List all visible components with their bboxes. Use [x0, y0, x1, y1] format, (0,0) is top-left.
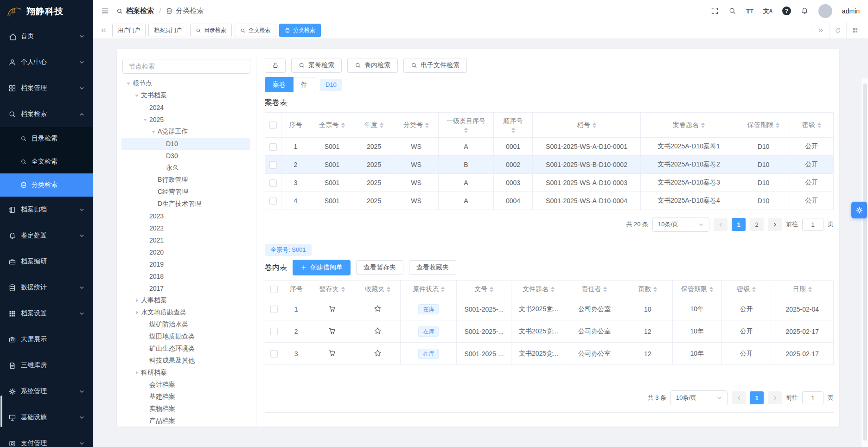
sort-icon[interactable] — [701, 122, 705, 128]
sort-icon[interactable] — [709, 287, 713, 292]
tree-node[interactable]: 矿山生态环境类 — [121, 343, 250, 355]
sort-icon[interactable] — [341, 287, 345, 292]
sort-icon[interactable] — [387, 287, 390, 292]
sidebar-item-archive-research[interactable]: 档案编研 — [0, 249, 93, 275]
sidebar-item-3d-warehouse[interactable]: 三维库房 — [0, 352, 93, 378]
sort-icon[interactable] — [752, 287, 756, 292]
next-page-button[interactable] — [768, 391, 782, 404]
tree-node[interactable]: 2020 — [121, 246, 250, 258]
column-header-temp-folder[interactable]: 暂存夹 — [309, 281, 355, 298]
sort-icon[interactable] — [496, 128, 530, 133]
language-switch-button[interactable]: 文A — [763, 7, 772, 15]
row-checkbox[interactable] — [270, 328, 278, 335]
tree-node[interactable]: D生产技术管理 — [121, 198, 250, 210]
tree-expand-icon[interactable] — [133, 299, 141, 302]
tree-node[interactable]: 2021 — [121, 234, 250, 246]
sort-icon[interactable] — [603, 287, 607, 292]
tab-item[interactable]: 件 — [294, 77, 315, 92]
row-checkbox[interactable] — [269, 179, 277, 187]
cart-icon[interactable] — [328, 305, 336, 313]
cart-icon[interactable] — [328, 327, 336, 335]
select-all-checkbox[interactable] — [270, 286, 278, 293]
table-row[interactable]: 3 在库 S001-2025-... 文书2025党... 公司办公室 12 1… — [265, 343, 834, 365]
create-borrow-order-button[interactable]: 创建借阅单 — [293, 260, 351, 275]
archive-search-button[interactable]: 案卷检索 — [291, 58, 342, 73]
sidebar-item-archive-search[interactable]: 档案检索 — [0, 101, 93, 127]
tree-node[interactable]: 煤矿防治水类 — [121, 319, 250, 331]
tab-fulltext-search[interactable]: 全文检索 — [235, 24, 276, 37]
sidebar-item-payment-management[interactable]: 支付管理 — [0, 430, 93, 447]
page-size-select[interactable]: 10条/页 — [652, 217, 709, 232]
tree-node[interactable]: A党群工作 — [121, 126, 250, 138]
column-header-favorites[interactable]: 收藏夹 — [355, 281, 401, 298]
tree-node[interactable]: 科技成果及其他 — [121, 355, 250, 367]
sidebar-item-infrastructure[interactable]: 基础设施 — [0, 404, 93, 430]
breadcrumb-item[interactable]: 档案检索 — [126, 6, 154, 15]
column-header-file-no[interactable]: 档号 — [533, 113, 641, 138]
tree-expand-icon[interactable] — [133, 371, 141, 375]
column-header-security[interactable]: 密级 — [721, 281, 771, 298]
sort-icon[interactable] — [593, 122, 596, 128]
next-page-button[interactable] — [768, 218, 782, 231]
tree-node[interactable]: 文书档案 — [121, 89, 250, 102]
cart-icon[interactable] — [328, 349, 336, 357]
tree-node[interactable]: 2019 — [121, 258, 250, 270]
username[interactable]: admin — [842, 7, 860, 15]
sort-icon[interactable] — [776, 122, 779, 128]
page-size-select[interactable]: 10条/页 — [670, 390, 728, 405]
table-row[interactable]: 1 在库 S001-2025-... 文书2025党... 公司办公室 10 1… — [265, 298, 834, 320]
sidebar-item-category-search[interactable]: 分类检索 — [0, 173, 93, 197]
sort-icon[interactable] — [551, 287, 555, 292]
sort-icon[interactable] — [817, 122, 821, 128]
column-header-original-status[interactable]: 原件状态 — [401, 281, 457, 298]
page-1-button[interactable]: 1 — [732, 218, 746, 231]
row-checkbox[interactable] — [270, 350, 278, 358]
tree-expand-icon[interactable] — [133, 311, 141, 314]
sidebar-item-big-screen[interactable]: 大屏展示 — [0, 326, 93, 352]
column-header-retention[interactable]: 保管期限 — [672, 281, 721, 298]
row-checkbox[interactable] — [269, 198, 277, 205]
sort-icon[interactable] — [653, 287, 657, 292]
star-icon[interactable] — [374, 349, 382, 357]
column-header-level1[interactable]: 一级类目序号 — [439, 113, 494, 138]
page-scrollbar[interactable] — [861, 78, 868, 447]
tree-expand-icon[interactable] — [124, 81, 133, 87]
layout-grid-button[interactable] — [846, 22, 863, 38]
tree-node[interactable]: 人事档案 — [121, 294, 250, 307]
node-search-field[interactable] — [122, 59, 250, 74]
tree-node[interactable]: 基建档案 — [121, 391, 250, 403]
collapse-sidebar-button[interactable] — [101, 7, 109, 15]
column-header-fonds[interactable]: 全宗号 — [310, 113, 354, 138]
theme-settings-button[interactable] — [851, 202, 867, 218]
help-button[interactable]: ? — [782, 6, 791, 15]
tree-expand-icon[interactable] — [133, 93, 141, 99]
page-scrollbar-thumb[interactable] — [863, 83, 867, 441]
sidebar-item-catalog-search[interactable]: 目录检索 — [0, 127, 93, 150]
sidebar-item-system-management[interactable]: 系统管理 — [0, 378, 93, 404]
tree-node-selected[interactable]: D10 — [121, 138, 250, 150]
tree-node[interactable]: 煤田地质勘查类 — [121, 331, 250, 343]
tree-node[interactable]: B行政管理 — [121, 174, 250, 186]
tree-node[interactable]: 根节点 — [121, 77, 250, 89]
select-all-checkbox[interactable] — [269, 121, 277, 129]
sort-icon[interactable] — [425, 122, 429, 128]
tree-node[interactable]: D30 — [121, 150, 250, 162]
tree-node[interactable]: 实物档案 — [121, 403, 250, 415]
table-row-highlighted[interactable]: 2S0012025WSB0002S001-2025-WS-B-D10-0002文… — [265, 156, 834, 174]
view-favorites-button[interactable]: 查看收藏夹 — [409, 260, 456, 275]
tree-node[interactable]: 2025 — [121, 114, 250, 126]
sort-icon[interactable] — [808, 287, 812, 292]
column-header-date[interactable]: 日期 — [771, 281, 834, 298]
sort-icon[interactable] — [490, 287, 493, 292]
goto-page-input[interactable] — [802, 391, 823, 404]
row-checkbox[interactable] — [270, 306, 278, 313]
tabs-scroll-left-button[interactable] — [97, 28, 109, 33]
tree-expand-icon[interactable] — [141, 117, 149, 123]
table-row[interactable]: 2 在库 S001-2025-... 文书2025党... 公司办公室 12 1… — [265, 320, 834, 343]
star-icon[interactable] — [374, 305, 382, 313]
column-header-doc-title[interactable]: 文件题名 — [511, 281, 566, 298]
efile-search-button[interactable]: 电子文件检索 — [403, 58, 467, 73]
tree-expand-icon[interactable] — [149, 129, 158, 135]
column-header-retention[interactable]: 保管期限 — [737, 113, 790, 138]
lock-button[interactable] — [265, 58, 286, 73]
